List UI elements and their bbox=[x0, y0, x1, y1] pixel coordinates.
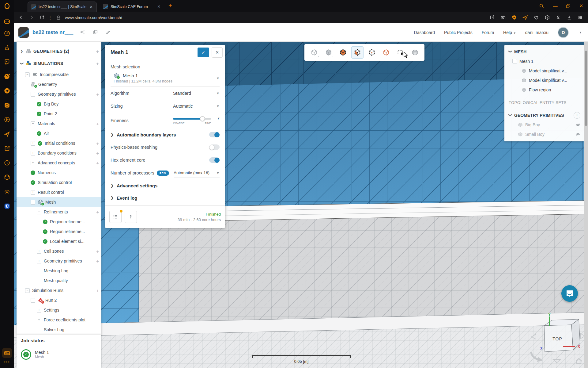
pinboard-icon[interactable] bbox=[3, 145, 11, 152]
cleaner-icon[interactable] bbox=[3, 44, 11, 51]
search-icon[interactable] bbox=[539, 3, 544, 9]
snapshot-icon[interactable] bbox=[500, 14, 507, 21]
scene-model-1[interactable]: Model simplificat v... bbox=[504, 66, 584, 75]
expand-toggle[interactable]: + bbox=[31, 190, 35, 195]
expand-toggle[interactable]: + bbox=[31, 161, 35, 165]
fineness-slider[interactable]: 7 COARSE FINE bbox=[173, 116, 220, 125]
sizing-select[interactable]: Automatic▼ bbox=[173, 102, 220, 111]
add-button[interactable]: + bbox=[96, 249, 99, 254]
shield-check-icon[interactable] bbox=[511, 14, 518, 21]
tree-item-mesh-geometry-primitives[interactable]: + Geometry primitives + bbox=[17, 256, 101, 266]
collapse-toggle[interactable]: − bbox=[31, 121, 35, 126]
tree-item-result-control[interactable]: + Result control bbox=[17, 187, 101, 197]
apply-button[interactable]: ✓ bbox=[198, 48, 209, 57]
collapse-toggle[interactable]: − bbox=[25, 72, 30, 77]
tree-item-cell-zones[interactable]: + Cell zones + bbox=[17, 246, 101, 256]
add-simulation-button[interactable]: + bbox=[96, 61, 99, 66]
tree-item-geometry[interactable]: ✓ Geometry bbox=[17, 79, 101, 89]
scrollbar-thumb[interactable] bbox=[585, 51, 587, 126]
avatar[interactable]: D bbox=[558, 27, 569, 38]
instagram-icon[interactable] bbox=[3, 102, 11, 109]
downloads-icon[interactable] bbox=[566, 14, 573, 21]
add-geometry-button[interactable]: + bbox=[96, 49, 99, 54]
add-button[interactable]: + bbox=[96, 259, 99, 264]
bitwarden-icon[interactable] bbox=[3, 202, 11, 210]
scene-geometry-primitives-section[interactable]: ❯ GEOMETRY PRIMITIVES + bbox=[504, 110, 584, 120]
chevron-right-icon[interactable]: ❯ bbox=[20, 49, 23, 53]
close-dialog-button[interactable]: ✕ bbox=[212, 47, 223, 58]
tree-item-solver-log[interactable]: Solver Log bbox=[17, 325, 101, 335]
auto-boundary-layers-row[interactable]: ❯ Automatic boundary layers bbox=[111, 128, 220, 141]
tree-item-simulation-control[interactable]: ✓ Simulation control bbox=[17, 178, 101, 187]
support-chat-button[interactable] bbox=[561, 285, 578, 302]
tree-item-point-2[interactable]: ✓ Point 2 bbox=[17, 109, 101, 119]
pbm-toggle-off[interactable] bbox=[209, 144, 220, 150]
url-text[interactable]: www.simscale.com/workbench/ bbox=[65, 15, 122, 20]
tree-item-run-2[interactable]: − ✕ Run 2 bbox=[17, 295, 101, 305]
rename-pencil-icon[interactable] bbox=[106, 29, 112, 36]
mesh-log-button[interactable] bbox=[109, 211, 122, 223]
bookmark-heart-icon[interactable] bbox=[533, 14, 540, 21]
opera-menu-icon[interactable] bbox=[3, 2, 11, 10]
hex-toggle-on[interactable] bbox=[209, 157, 220, 163]
telegram-icon[interactable] bbox=[3, 87, 11, 94]
expand-toggle[interactable]: + bbox=[31, 151, 35, 155]
tree-item-meshing-log[interactable]: Meshing Log bbox=[17, 266, 101, 276]
tree-item-big-boy[interactable]: ✓ Big Boy bbox=[17, 99, 101, 109]
chevron-down-icon[interactable]: ❯ bbox=[20, 62, 24, 65]
tree-item-mesh-quality[interactable]: Mesh quality bbox=[17, 276, 101, 286]
project-title[interactable]: bs22 teste nr___ bbox=[32, 29, 73, 36]
tree-item-materials[interactable]: − Materials + bbox=[17, 119, 101, 128]
nav-help[interactable]: Help▼ bbox=[503, 30, 516, 35]
extension-cube-icon[interactable] bbox=[544, 14, 551, 21]
overflow-dots-icon[interactable]: ⋮ bbox=[49, 14, 51, 21]
mesh-selector[interactable]: ✓Mesh 1 Finished | 11.2M cells, 4.8M nod… bbox=[111, 69, 220, 87]
copy-project-icon[interactable] bbox=[93, 29, 99, 36]
add-button[interactable]: + bbox=[96, 160, 99, 166]
chevron-down-icon[interactable]: ❯ bbox=[508, 114, 512, 117]
add-material-button[interactable]: + bbox=[96, 121, 99, 126]
box-icon[interactable] bbox=[3, 174, 11, 181]
tree-item-run-settings[interactable]: + Settings bbox=[17, 305, 101, 315]
chevron-right-icon[interactable]: ❯ bbox=[111, 196, 114, 200]
tree-section-geometries[interactable]: ❯ GEOMETRIES (2) + bbox=[17, 45, 101, 57]
minimize-icon[interactable]: — bbox=[553, 3, 557, 9]
scene-small-boy[interactable]: Small Boy bbox=[504, 129, 584, 139]
sidebar-more-icon[interactable]: ••• bbox=[4, 360, 10, 364]
tab-simscale-workbench[interactable]: bs22 teste nr___ | SimScale ✕ bbox=[28, 2, 97, 12]
profile-icon[interactable] bbox=[555, 14, 562, 21]
back-icon[interactable] bbox=[18, 14, 24, 21]
share-project-icon[interactable] bbox=[80, 29, 86, 36]
nav-public-projects[interactable]: Public Projects bbox=[444, 30, 473, 35]
simscale-logo[interactable] bbox=[18, 27, 29, 38]
edge-select-button[interactable] bbox=[380, 46, 392, 59]
tab-close-icon[interactable]: ✕ bbox=[89, 5, 93, 9]
visibility-off-icon[interactable] bbox=[575, 132, 580, 137]
chevron-down-icon[interactable]: ❯ bbox=[508, 50, 512, 53]
export-mesh-button[interactable] bbox=[125, 211, 137, 223]
tree-item-geometry-primitives[interactable]: − Geometry primitives + bbox=[17, 89, 101, 99]
reload-icon[interactable] bbox=[39, 14, 45, 21]
tree-item-boundary-conditions[interactable]: + Boundary conditions + bbox=[17, 148, 101, 158]
nav-forum[interactable]: Forum bbox=[482, 30, 494, 35]
tree-item-mesh[interactable]: − ✓ Mesh bbox=[17, 197, 101, 207]
gx-corner-icon[interactable] bbox=[3, 18, 11, 25]
add-refinement-button[interactable]: + bbox=[96, 209, 99, 215]
collapse-toggle[interactable]: − bbox=[31, 92, 35, 97]
scene-model-2[interactable]: Model simplificat v... bbox=[504, 75, 584, 85]
advanced-settings-row[interactable]: ❯ Advanced settings bbox=[111, 179, 220, 192]
processors-select[interactable]: Automatic (max 16)▼ bbox=[174, 168, 220, 178]
settings-gear-icon[interactable] bbox=[3, 188, 11, 195]
expand-toggle[interactable]: + bbox=[31, 141, 35, 146]
scene-mesh-section[interactable]: ❯ MESH bbox=[504, 47, 584, 56]
tab-close-icon[interactable]: ✕ bbox=[156, 4, 161, 9]
nav-dashboard[interactable]: Dashboard bbox=[414, 30, 435, 35]
volume-select-button[interactable] bbox=[337, 46, 349, 59]
history-icon[interactable] bbox=[3, 159, 11, 167]
tree-item-simulation-runs[interactable]: − Simulation Runs + bbox=[17, 286, 101, 295]
face-select-button[interactable] bbox=[351, 46, 364, 59]
collapse-toggle[interactable]: − bbox=[31, 298, 35, 303]
tree-item-initial-conditions[interactable]: + ✓ Initial conditions + bbox=[17, 138, 101, 148]
scene-flow-region[interactable]: Flow region bbox=[504, 85, 584, 94]
whatsapp-icon[interactable] bbox=[3, 73, 11, 80]
